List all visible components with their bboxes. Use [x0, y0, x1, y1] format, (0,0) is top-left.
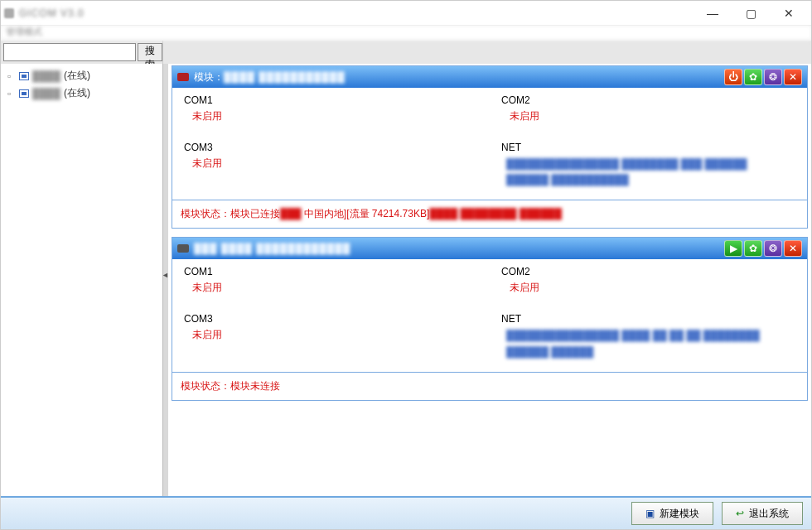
maximize-button[interactable]: ▢ [732, 2, 770, 25]
status-mid: 中国内地][流量 74214.73KB] [302, 208, 430, 219]
port-cell-net: NET ████████████████ ████ ██ ██ ██ █████… [490, 306, 807, 371]
port-label: COM2 [501, 94, 799, 106]
port-label: COM3 [184, 313, 481, 325]
module-buttons: ⏻ ✿ ❂ ✕ [724, 69, 802, 85]
exit-button[interactable]: ↩退出系统 [722, 502, 803, 525]
module-title-prefix: 模块： [194, 71, 224, 83]
close-module-button[interactable]: ✕ [784, 69, 802, 85]
status-blurred: ███ [280, 208, 302, 219]
port-label: COM1 [184, 94, 481, 106]
tree-item-status: (在线) [64, 86, 90, 100]
splitter[interactable] [163, 64, 168, 496]
power-button[interactable]: ⏻ [724, 69, 742, 85]
module-buttons: ▶ ✿ ❂ ✕ [724, 240, 802, 257]
port-cell-com2: COM2 未启用 [490, 259, 807, 306]
module-status: 模块状态：模块已连接███ 中国内地][流量 74214.73KB]████ █… [172, 200, 807, 228]
top-toolbar: 搜索序号 [1, 41, 811, 64]
port-value: ████████████████ ████████ ███ ██████████… [501, 157, 799, 188]
settings-button[interactable]: ✿ [744, 69, 762, 85]
module-body: COM1 未启用 COM2 未启用 COM3 未启用 NET █████████… [172, 259, 807, 371]
tree-item[interactable]: ▫ ████ (在线) [2, 67, 161, 84]
module-panel: ███ ████ ████████████ ▶ ✿ ❂ ✕ COM1 未启用 C… [172, 237, 808, 400]
content-area: ▫ ████ (在线) ▫ ████ (在线) 模块：████ ████████… [1, 64, 811, 496]
status-tail: ████ ████████ ██████ [429, 208, 562, 219]
tree-item-id: ████ [32, 70, 60, 82]
minimize-button[interactable]: — [694, 2, 732, 25]
port-label: NET [501, 313, 799, 325]
port-cell-com1: COM1 未启用 [172, 259, 490, 306]
module-body: COM1 未启用 COM2 未启用 COM3 未启用 NET █████████… [172, 88, 807, 200]
port-value: ████████████████ ████ ██ ██ ██ █████████… [501, 328, 799, 359]
port-label: COM3 [184, 142, 481, 153]
config-button[interactable]: ❂ [764, 69, 782, 85]
footer-bar: ▣新建模块 ↩退出系统 [1, 496, 811, 529]
search-input[interactable] [3, 43, 136, 61]
port-value: 未启用 [184, 328, 481, 342]
window-controls: — ▢ ✕ [694, 2, 808, 25]
app-icon [4, 8, 14, 18]
subtitle-bar: 管理模式 [1, 26, 811, 41]
port-value: 未启用 [184, 109, 481, 123]
exit-label: 退出系统 [749, 507, 789, 521]
status-led-icon [177, 73, 189, 81]
tree-toggle-icon: ▫ [7, 70, 16, 82]
search-area: 搜索序号 [1, 41, 163, 64]
module-header: 模块：████ ███████████ ⏻ ✿ ❂ ✕ [172, 66, 807, 88]
module-status: 模块状态：模块未连接 [172, 372, 807, 400]
status-prefix: 模块状态：模块已连接 [181, 208, 280, 219]
port-cell-com2: COM2 未启用 [490, 88, 807, 135]
module-title-id: ████ ███████████ [224, 71, 346, 83]
tree-item-status: (在线) [64, 69, 90, 83]
play-button[interactable]: ▶ [724, 240, 742, 257]
new-module-icon: ▣ [645, 508, 655, 519]
close-module-button[interactable]: ✕ [784, 240, 802, 257]
new-module-button[interactable]: ▣新建模块 [631, 502, 713, 525]
main-pane: 模块：████ ███████████ ⏻ ✿ ❂ ✕ COM1 未启用 COM… [168, 64, 811, 496]
search-button[interactable]: 搜索序号 [138, 43, 162, 61]
port-value: 未启用 [501, 281, 799, 295]
close-window-button[interactable]: ✕ [770, 2, 808, 25]
config-button[interactable]: ❂ [764, 240, 782, 257]
port-label: COM2 [501, 266, 799, 277]
status-led-icon [177, 244, 189, 253]
tree-toggle-icon: ▫ [7, 88, 16, 99]
titlebar: GICOM V3.0 — ▢ ✕ [1, 1, 811, 26]
module-title: 模块：████ ███████████ [194, 70, 346, 84]
sidebar: ▫ ████ (在线) ▫ ████ (在线) [1, 64, 163, 496]
tree-item[interactable]: ▫ ████ (在线) [2, 84, 161, 102]
module-icon [19, 72, 29, 80]
exit-icon: ↩ [736, 508, 744, 519]
port-label: COM1 [184, 266, 481, 277]
app-title: GICOM V3.0 [19, 7, 85, 19]
port-cell-com1: COM1 未启用 [172, 88, 490, 135]
port-value: 未启用 [184, 281, 481, 295]
port-label: NET [501, 142, 799, 153]
port-cell-net: NET ████████████████ ████████ ███ ██████… [490, 135, 807, 200]
module-panel: 模块：████ ███████████ ⏻ ✿ ❂ ✕ COM1 未启用 COM… [172, 65, 808, 229]
port-value: 未启用 [501, 109, 799, 123]
new-module-label: 新建模块 [660, 507, 699, 521]
settings-button[interactable]: ✿ [744, 240, 762, 257]
module-title: ███ ████ ████████████ [194, 243, 350, 254]
module-icon [19, 89, 29, 98]
module-header: ███ ████ ████████████ ▶ ✿ ❂ ✕ [172, 238, 807, 259]
module-title-id: ███ ████ ████████████ [194, 243, 350, 254]
port-cell-com3: COM3 未启用 [172, 135, 490, 200]
tree-item-id: ████ [32, 88, 60, 99]
port-value: 未启用 [184, 157, 481, 171]
port-cell-com3: COM3 未启用 [172, 306, 490, 371]
